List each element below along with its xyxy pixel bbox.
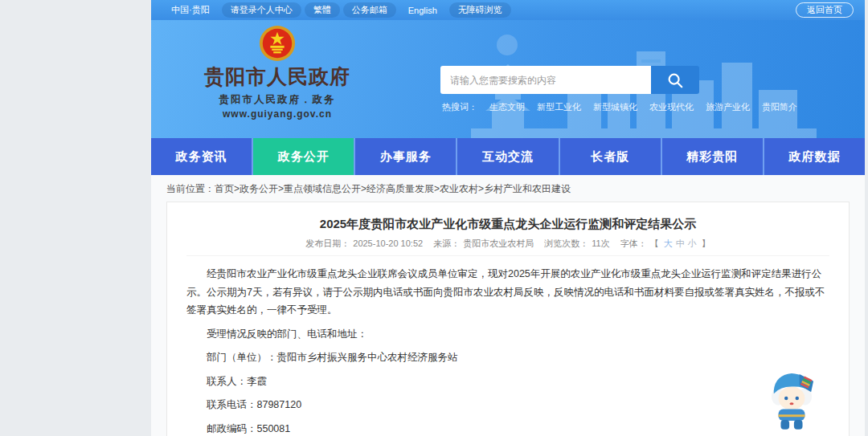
site-name: 贵阳市人民政府	[185, 63, 370, 90]
topbar-link[interactable]: 中国·贵阳	[162, 2, 219, 18]
font-size-button[interactable]: 中	[676, 238, 685, 248]
topbar-link[interactable]: English	[399, 4, 446, 17]
font-size-button[interactable]: 大	[664, 238, 673, 248]
publish-date: 2025-10-20 10:52	[353, 238, 423, 248]
search-input[interactable]	[440, 66, 651, 94]
nav-item-政府数据[interactable]: 政府数据	[764, 138, 865, 175]
topbar-link[interactable]: 请登录个人中心	[222, 2, 301, 18]
hot-search-row: 热搜词： 生态文明新型工业化新型城镇化农业现代化旅游产业化贵阳简介	[442, 101, 797, 113]
article-meta: 发布日期：2025-10-20 10:52 来源：贵阳市农业农村局 浏览次数：1…	[186, 238, 829, 256]
hot-search-word[interactable]: 生态文明	[489, 101, 525, 113]
magnifier-icon	[666, 71, 684, 89]
article-panel: 2025年度贵阳市农业产业化市级重点龙头企业运行监测和评定结果公示 发布日期：2…	[166, 202, 850, 436]
font-size-controls: 大中小	[662, 238, 698, 248]
article-paragraph: 受理情况反映的部门、电话和地址：	[186, 325, 829, 344]
font-bracket-close: 】	[702, 238, 710, 248]
article-title: 2025年度贵阳市农业产业化市级重点龙头企业运行监测和评定结果公示	[186, 217, 829, 232]
breadcrumb: 当前位置：首页>政务公开>重点领域信息公开>经济高质量发展>农业农村>乡村产业和…	[151, 175, 865, 202]
hot-search-word[interactable]: 农业现代化	[649, 101, 694, 113]
site-url: www.guiyang.gov.cn	[185, 108, 370, 120]
nav-item-政务资讯[interactable]: 政务资讯	[151, 138, 252, 175]
article-paragraph: 部门（单位）：贵阳市乡村振兴服务中心农村经济服务站	[186, 348, 829, 367]
font-size-button[interactable]: 小	[688, 238, 697, 248]
search-bar	[440, 66, 699, 94]
breadcrumb-label: 当前位置：	[166, 183, 215, 194]
hot-search-word[interactable]: 贵阳简介	[762, 101, 797, 113]
nav-item-政务公开[interactable]: 政务公开	[253, 138, 354, 175]
topbar-link[interactable]: 繁體	[305, 2, 340, 18]
source-label: 来源：	[433, 238, 460, 248]
nav-item-长者版[interactable]: 长者版	[560, 138, 661, 175]
font-bracket-open: 【	[650, 238, 659, 248]
source-value: 贵阳市农业农村局	[463, 238, 534, 248]
hot-search-label: 热搜词：	[442, 101, 477, 113]
breadcrumb-path[interactable]: 首页>政务公开>重点领域信息公开>经济高质量发展>农业农村>乡村产业和农田建设	[215, 183, 571, 194]
article-paragraph: 经贵阳市农业产业化市级重点龙头企业联席会议成员单位审定，现对2025年开展的农业…	[186, 265, 829, 320]
main-content: 当前位置：首页>政务公开>重点领域信息公开>经济高质量发展>农业农村>乡村产业和…	[151, 175, 865, 436]
site-header: 贵阳市人民政府 贵阳市人民政府．政务 www.guiyang.gov.cn 热搜…	[151, 20, 865, 138]
site-subtitle: 贵阳市人民政府．政务	[185, 93, 370, 107]
topbar-link[interactable]: 无障碍浏览	[449, 2, 511, 18]
national-emblem-icon	[259, 25, 296, 62]
nav-item-精彩贵阳[interactable]: 精彩贵阳	[662, 138, 763, 175]
hot-search-word[interactable]: 旅游产业化	[706, 101, 750, 113]
hot-search-word[interactable]: 新型工业化	[537, 101, 581, 113]
publish-date-label: 发布日期：	[305, 238, 350, 248]
topbar-link[interactable]: 公务邮箱	[343, 2, 396, 18]
topbar: 中国·贵阳请登录个人中心繁體公务邮箱English无障碍浏览 返回首页	[151, 0, 865, 20]
site-logo[interactable]: 贵阳市人民政府 贵阳市人民政府．政务 www.guiyang.gov.cn	[185, 25, 370, 120]
hot-search-word[interactable]: 新型城镇化	[593, 101, 637, 113]
nav-item-办事服务[interactable]: 办事服务	[355, 138, 456, 175]
article-paragraph: 联系人：李霞	[186, 373, 829, 391]
main-nav: 政务资讯政务公开办事服务互动交流长者版精彩贵阳政府数据	[151, 138, 865, 175]
topbar-links: 中国·贵阳请登录个人中心繁體公务邮箱English无障碍浏览	[162, 2, 511, 18]
article-body: 经贵阳市农业产业化市级重点龙头企业联席会议成员单位审定，现对2025年开展的农业…	[186, 256, 829, 436]
guiyang-mascot-icon[interactable]	[768, 365, 815, 431]
return-home-button[interactable]: 返回首页	[796, 2, 854, 18]
search-button[interactable]	[651, 66, 699, 94]
article-paragraph: 邮政编码：550081	[186, 420, 829, 436]
article-paragraph: 联系电话：87987120	[186, 396, 829, 414]
views-value: 11次	[592, 238, 609, 248]
font-size-label: 字体：	[620, 238, 647, 248]
nav-item-互动交流[interactable]: 互动交流	[457, 138, 558, 175]
site-container: 中国·贵阳请登录个人中心繁體公务邮箱English无障碍浏览 返回首页	[151, 0, 865, 436]
views-label: 浏览次数：	[544, 238, 588, 248]
